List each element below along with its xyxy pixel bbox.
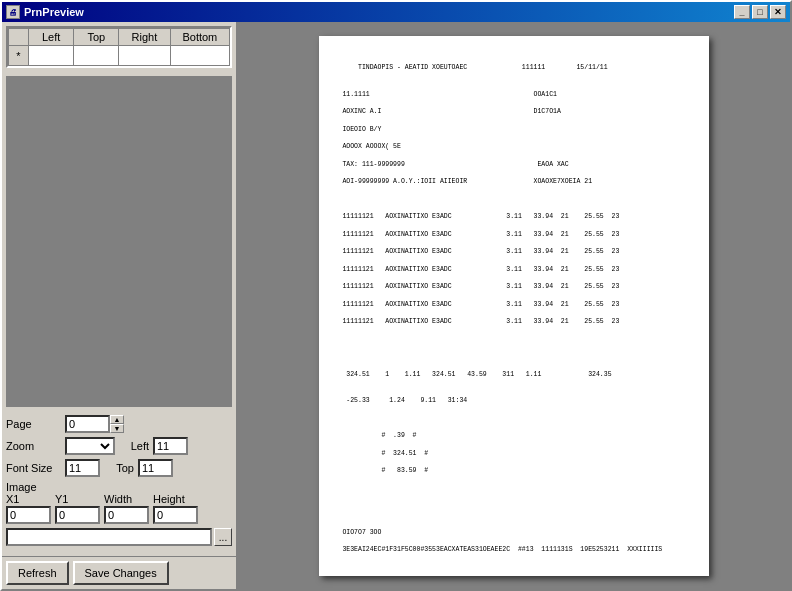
top-input[interactable] — [138, 459, 173, 477]
left-preview-area — [6, 76, 232, 407]
image-section-label: Image — [6, 481, 232, 493]
preview-line12: 11111121 AOXINAITIXO E3ADC 3.11 33.94 21… — [339, 231, 689, 240]
app-icon: 🖨 — [6, 5, 20, 19]
left-panel: Left Top Right Bottom * — [2, 22, 237, 589]
preview-line11: 11111121 AOXINAITIXO E3ADC 3.11 33.94 21… — [339, 213, 689, 222]
preview-line36: 3E3EAI24EC#1F31F5C00#3553EACXATEAS31OEAE… — [339, 546, 689, 555]
col-top: Top — [74, 29, 119, 46]
refresh-button[interactable]: Refresh — [6, 561, 69, 585]
height-label: Height — [153, 493, 185, 505]
bottom-buttons: Refresh Save Changes — [2, 556, 236, 589]
margin-left-input[interactable] — [31, 50, 71, 62]
preview-line28: # 324.51 # — [339, 450, 689, 459]
preview-line27: # .39 # — [339, 432, 689, 441]
browse-button[interactable]: ... — [214, 528, 232, 546]
height-group: Height — [153, 493, 198, 524]
preview-line14: 11111121 AOXINAITIXO E3ADC 3.11 33.94 21… — [339, 266, 689, 275]
y1-input[interactable] — [55, 506, 100, 524]
preview-content: TINDAOPIS - AEATID XOEUTOAEC 111111 15/1… — [339, 56, 689, 573]
fontsize-row: Font Size Top — [6, 459, 232, 477]
image-controls: X1 Y1 Width Height — [6, 493, 232, 524]
title-bar: 🖨 PrnPreview _ □ ✕ — [2, 2, 790, 22]
page-spin-up[interactable]: ▲ — [110, 415, 124, 424]
preview-line35: OIO7O7 3OO — [339, 529, 689, 538]
file-input[interactable] — [6, 528, 212, 546]
page-label: Page — [6, 418, 61, 430]
preview-line1: TINDAOPIS - AEATID XOEUTOAEC 111111 15/1… — [339, 64, 689, 73]
preview-line16: 11111121 AOXINAITIXO E3ADC 3.11 33.94 21… — [339, 301, 689, 310]
preview-line15: 11111121 AOXINAITIXO E3ADC 3.11 33.94 21… — [339, 283, 689, 292]
page-input[interactable] — [65, 415, 110, 433]
preview-line13: 11111121 AOXINAITIXO E3ADC 3.11 33.94 21… — [339, 248, 689, 257]
minimize-button[interactable]: _ — [734, 5, 750, 19]
margin-bottom-input[interactable] — [173, 50, 227, 62]
zoom-row: Zoom Left — [6, 437, 232, 455]
top-label: Top — [104, 462, 134, 474]
title-buttons: _ □ ✕ — [734, 5, 786, 19]
preview-line24: -25.33 1.24 9.11 31:34 — [339, 397, 689, 406]
window-title: PrnPreview — [24, 6, 84, 18]
width-group: Width — [104, 493, 149, 524]
margin-bottom-cell[interactable] — [170, 46, 229, 66]
margins-table-container: Left Top Right Bottom * — [6, 26, 232, 68]
x1-group: X1 — [6, 493, 51, 524]
maximize-button[interactable]: □ — [752, 5, 768, 19]
font-size-input[interactable] — [65, 459, 100, 477]
main-content: Left Top Right Bottom * — [2, 22, 790, 589]
left-input[interactable] — [153, 437, 188, 455]
margin-top-input[interactable] — [76, 50, 116, 62]
x1-label: X1 — [6, 493, 19, 505]
preview-line22: 324.51 1 1.11 324.51 43.59 311 1.11 324.… — [339, 371, 689, 380]
col-bottom: Bottom — [170, 29, 229, 46]
page-spin-down[interactable]: ▼ — [110, 424, 124, 433]
col-right: Right — [119, 29, 171, 46]
y1-label: Y1 — [55, 493, 68, 505]
preview-line4: AOXINC A.I D1C7O1A — [339, 108, 689, 117]
page-preview: TINDAOPIS - AEATID XOEUTOAEC 111111 15/1… — [319, 36, 709, 576]
zoom-select[interactable] — [65, 437, 115, 455]
preview-line17: 11111121 AOXINAITIXO E3ADC 3.11 33.94 21… — [339, 318, 689, 327]
right-panel: TINDAOPIS - AEATID XOEUTOAEC 111111 15/1… — [237, 22, 790, 589]
preview-line29: # 83.59 # — [339, 467, 689, 476]
preview-line8: AOI-99999999 A.O.Y.:IOII AIIEOIR XOAOXE7… — [339, 178, 689, 187]
zoom-label: Zoom — [6, 440, 61, 452]
preview-line7: TAX: 111-9999999 EAOA XAC — [339, 161, 689, 170]
x1-input[interactable] — [6, 506, 51, 524]
preview-line6: AOOOX AOOOX( 5E — [339, 143, 689, 152]
height-input[interactable] — [153, 506, 198, 524]
col-left: Left — [29, 29, 74, 46]
page-spin-buttons: ▲ ▼ — [110, 415, 124, 433]
margin-left-cell[interactable] — [29, 46, 74, 66]
preview-line3: 11.1111 OOA1C1 — [339, 91, 689, 100]
left-label: Left — [119, 440, 149, 452]
title-bar-left: 🖨 PrnPreview — [6, 5, 84, 19]
close-button[interactable]: ✕ — [770, 5, 786, 19]
controls-area: Page ▲ ▼ Zoom Left — [2, 411, 236, 556]
preview-line5: IOEOIO B/Y — [339, 126, 689, 135]
width-label: Width — [104, 493, 132, 505]
row-star: * — [9, 46, 29, 66]
font-size-label: Font Size — [6, 462, 61, 474]
width-input[interactable] — [104, 506, 149, 524]
margin-right-cell[interactable] — [119, 46, 171, 66]
table-row: * — [9, 46, 230, 66]
page-spinner: ▲ ▼ — [65, 415, 124, 433]
save-changes-button[interactable]: Save Changes — [73, 561, 169, 585]
file-row: ... — [6, 528, 232, 546]
margin-top-cell[interactable] — [74, 46, 119, 66]
margins-table: Left Top Right Bottom * — [8, 28, 230, 66]
col-star — [9, 29, 29, 46]
page-row: Page ▲ ▼ — [6, 415, 232, 433]
main-window: 🖨 PrnPreview _ □ ✕ Left Top Right — [0, 0, 792, 591]
y1-group: Y1 — [55, 493, 100, 524]
margin-right-input[interactable] — [121, 50, 168, 62]
